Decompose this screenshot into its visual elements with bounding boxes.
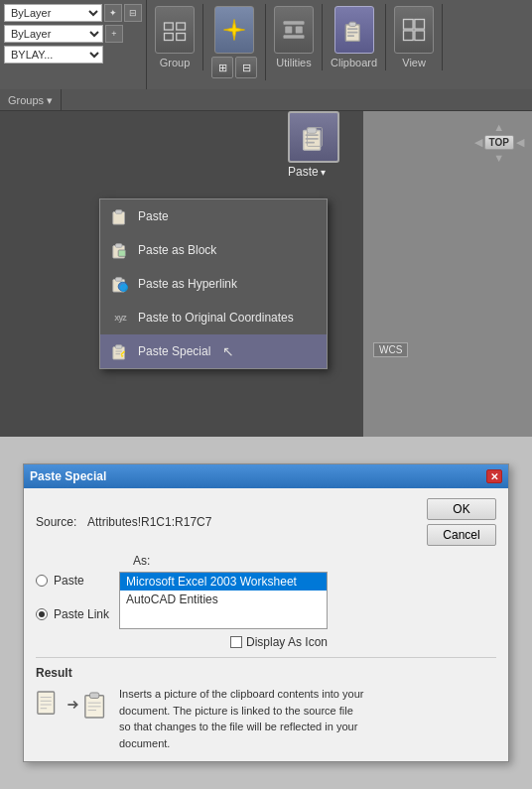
display-as-icon-label: Display As Icon [246, 635, 328, 649]
ribbon-sparkle-section: ⊞ ⊟ [203, 4, 266, 80]
svg-rect-25 [116, 210, 122, 214]
ok-button[interactable]: OK [427, 498, 496, 520]
as-label: As: [133, 554, 328, 568]
nav-west[interactable]: ◀ [474, 136, 482, 149]
section-label-bar: Groups ▾ [0, 89, 532, 111]
svg-rect-14 [404, 20, 414, 30]
utilities-icon-btn[interactable] [274, 6, 314, 54]
menu-item-paste-as-hyperlink[interactable]: 🌐 Paste as Hyperlink [100, 267, 327, 301]
source-row: Source: Attributes!R1C1:R17C7 OK Cancel [36, 498, 496, 546]
nav-middle-row: ◀ TOP ◀ [474, 135, 524, 150]
small-icon-btn-2[interactable]: ⊟ [235, 57, 257, 78]
dialog-close-btn[interactable]: ✕ [486, 469, 502, 483]
svg-rect-1 [177, 23, 186, 30]
ribbon-clipboard-section: Clipboard [323, 4, 386, 70]
groups-section-tab[interactable]: Groups ▾ [0, 89, 62, 111]
view-icon-btn[interactable] [394, 6, 434, 54]
dialog-titlebar: Paste Special ✕ [24, 464, 508, 488]
svg-rect-12 [347, 32, 358, 34]
source-value: Attributes!R1C1:R17C7 [87, 515, 211, 529]
layer-icon-btn-2[interactable]: ⊟ [124, 4, 142, 22]
paste-radio[interactable] [36, 575, 48, 587]
top-view-badge[interactable]: TOP [484, 135, 514, 150]
radio-group: Paste Paste Link [36, 554, 109, 621]
dialog-body: Source: Attributes!R1C1:R17C7 OK Cancel … [24, 488, 508, 761]
ribbon-utilities-section: Utilities [266, 4, 323, 70]
dropdown-menu: Paste Paste as Block 🌐 Past [99, 198, 328, 369]
paste-link-radio[interactable] [36, 608, 48, 620]
ribbon-top: ByLayer ✦ ⊟ ByLayer + BYLAY... [0, 0, 532, 89]
clipboard-icon-btn[interactable] [334, 6, 374, 54]
svg-rect-10 [348, 22, 355, 26]
small-icon-pair: ⊞ ⊟ [211, 57, 257, 78]
paste-hyperlink-icon: 🌐 [110, 274, 130, 294]
menu-item-paste[interactable]: Paste [100, 199, 327, 233]
menu-item-paste-special[interactable]: Paste Special ↖ [100, 334, 327, 368]
layer-dropdown[interactable]: ByLayer [4, 4, 102, 22]
svg-rect-30 [116, 278, 122, 282]
svg-rect-0 [165, 23, 174, 30]
listbox-section: As: Microsoft Excel 2003 Worksheet AutoC… [119, 554, 328, 649]
display-as-icon-row: Display As Icon [230, 635, 328, 649]
dialog-title: Paste Special [30, 469, 106, 483]
paste-as-listbox[interactable]: Microsoft Excel 2003 Worksheet AutoCAD E… [119, 572, 328, 629]
cursor-indicator: ↖ [222, 343, 234, 359]
wcs-badge[interactable]: WCS [373, 342, 408, 357]
svg-rect-17 [415, 31, 425, 41]
layer-row-1: ByLayer ✦ ⊟ [4, 4, 142, 22]
paste-special-icon [110, 341, 130, 361]
layer-icon-btn-1[interactable]: ✦ [104, 4, 122, 22]
layer-row-2: ByLayer + [4, 25, 142, 43]
svg-rect-16 [404, 31, 414, 41]
paste-link-radio-row: Paste Link [36, 607, 109, 621]
nav-south[interactable]: ▼ [493, 152, 504, 164]
paste-coords-icon: xyz [110, 308, 130, 328]
svg-rect-5 [284, 21, 305, 25]
small-icon-btn-1[interactable]: ⊞ [211, 57, 233, 78]
nav-north[interactable]: ▲ [493, 121, 504, 133]
menu-paste-special-label: Paste Special [138, 344, 210, 358]
svg-rect-7 [296, 27, 303, 34]
paste-btn-area: Paste ▾ [288, 111, 339, 179]
layer-icon-btn-3[interactable]: + [105, 25, 123, 43]
cancel-button[interactable]: Cancel [427, 524, 496, 546]
color-dropdown[interactable]: ByLayer [4, 25, 103, 43]
viewport-area: ▲ ◀ TOP ◀ ▼ WCS [363, 111, 532, 437]
source-label: Source: [36, 515, 81, 529]
paste-large-btn[interactable] [288, 111, 339, 163]
sparkle-icon-btn[interactable] [214, 6, 254, 54]
clipboard-label: Clipboard [331, 57, 377, 68]
paste-radio-label: Paste [54, 574, 84, 588]
menu-paste-coords-label: Paste to Original Coordinates [138, 311, 294, 325]
layer-controls: ByLayer ✦ ⊟ ByLayer + BYLAY... [0, 0, 147, 89]
svg-marker-4 [224, 20, 245, 41]
nav-east[interactable]: ◀ [516, 136, 524, 149]
nav-widget: ▲ ◀ TOP ◀ ▼ [474, 121, 524, 164]
menu-paste-hyperlink-label: Paste as Hyperlink [138, 277, 237, 291]
svg-rect-27 [116, 244, 122, 248]
middle-section: Paste Paste Link As: Microsoft Excel 200… [36, 554, 496, 649]
svg-rect-6 [285, 27, 292, 34]
menu-item-paste-as-block[interactable]: Paste as Block [100, 233, 327, 267]
menu-item-paste-original-coords[interactable]: xyz Paste to Original Coordinates [100, 301, 327, 334]
svg-rect-2 [165, 34, 174, 41]
svg-rect-34 [116, 345, 122, 349]
listbox-item-1[interactable]: AutoCAD Entities [120, 591, 327, 608]
menu-paste-block-label: Paste as Block [138, 243, 216, 257]
dialog-overlay: Paste Special ✕ Source: Attributes!R1C1:… [0, 437, 532, 789]
result-arrow-icon [66, 698, 79, 712]
svg-rect-3 [177, 34, 186, 41]
ribbon-view-section: View [386, 4, 443, 70]
paste-block-icon [110, 240, 130, 260]
listbox-item-0[interactable]: Microsoft Excel 2003 Worksheet [120, 573, 327, 591]
paste-special-dialog: Paste Special ✕ Source: Attributes!R1C1:… [23, 463, 509, 762]
layer-row-3: BYLAY... [4, 46, 142, 64]
menu-paste-label: Paste [138, 209, 169, 223]
display-as-icon-checkbox[interactable] [230, 636, 242, 648]
svg-rect-8 [284, 35, 305, 39]
ribbon-group-section: Group [147, 4, 203, 70]
result-body: Inserts a picture of the clipboard conte… [36, 686, 496, 751]
group-icon-btn[interactable] [155, 6, 195, 54]
action-buttons: OK Cancel [427, 498, 496, 546]
linetype-dropdown[interactable]: BYLAY... [4, 46, 103, 64]
